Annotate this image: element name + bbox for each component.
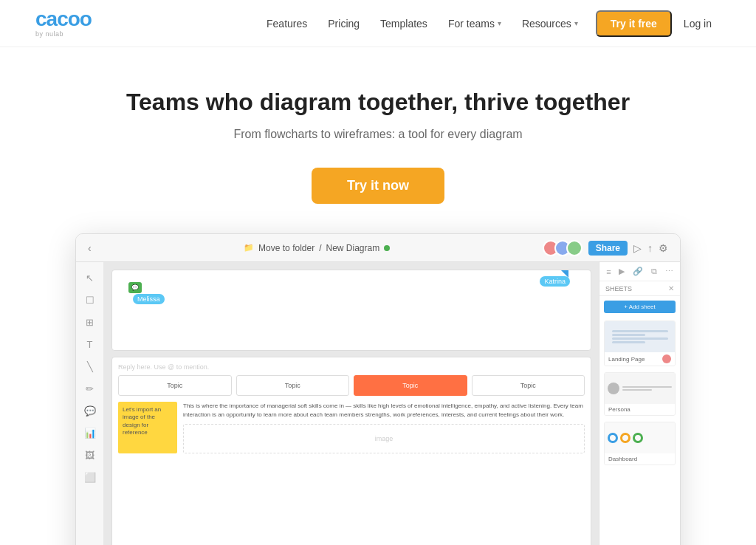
settings-icon[interactable]: ⚙ [659, 242, 668, 254]
layers-icon[interactable]: ≡ [606, 267, 611, 276]
diagram-name[interactable]: New Diagram [326, 243, 380, 253]
topbar-right: Share ▷ ↑ ⚙ [543, 240, 668, 256]
more-icon[interactable]: ⋯ [665, 267, 673, 276]
sheet-item-dashboard[interactable]: Dashboard [604, 422, 676, 465]
topic-1: Topic [118, 375, 232, 396]
avatar [566, 240, 583, 256]
comment-icon[interactable]: 💬 [82, 402, 98, 419]
sheet-thumbnail [605, 321, 675, 352]
logo: cacoo by nulab [35, 9, 92, 38]
folder-label: Move to folder [258, 243, 315, 253]
hero-title: Teams who diagram together, thrive toget… [15, 89, 741, 116]
hero-subtitle: From flowcharts to wireframes: a tool fo… [15, 128, 741, 141]
sheet-item-persona[interactable]: Persona [604, 372, 676, 416]
link-icon[interactable]: 🔗 [633, 267, 643, 276]
logo-sub: by nulab [35, 30, 63, 38]
topbar-left: ‹ [88, 242, 92, 254]
try-free-button[interactable]: Try it free [596, 10, 672, 37]
chevron-down-icon: ▾ [574, 19, 578, 27]
app-canvas[interactable]: 💬 Melissa Katrina Reply here. Use @ to m… [104, 262, 599, 545]
app-body: ↖ ☐ ⊞ T ╲ ✏ 💬 📊 🖼 ⬜ 💬 Melissa [76, 262, 680, 545]
export-icon[interactable]: ↑ [647, 242, 653, 254]
sheet-footer: Dashboard [605, 453, 675, 465]
sheet-name: Dashboard [608, 456, 637, 462]
pen-tool-icon[interactable]: ✏ [82, 380, 98, 397]
diagram-top: 💬 Melissa Katrina [111, 270, 591, 351]
logo-text: cacoo [35, 9, 92, 30]
cursor-tool-icon[interactable]: ↖ [82, 270, 98, 286]
thumb-line [612, 330, 668, 332]
reply-hint: Reply here. Use @ to mention. [118, 363, 585, 371]
app-right-panel: ≡ ▶ 🔗 ⧉ ⋯ SHEETS ✕ + Add sheet [599, 262, 680, 545]
sheet-thumbnail [605, 422, 675, 453]
topbar-center: 📁 Move to folder / New Diagram [244, 243, 390, 253]
sheet-footer: Landing Page [605, 352, 675, 366]
right-panel-toolbar: ≡ ▶ 🔗 ⧉ ⋯ [599, 262, 680, 281]
topic-3-active: Topic [354, 375, 467, 396]
checkbox-icon[interactable]: ☐ [82, 292, 98, 308]
thumbnail-lines [612, 329, 668, 345]
copy-icon[interactable]: ⧉ [651, 267, 657, 276]
grid-icon[interactable]: ⊞ [82, 314, 98, 330]
nav-pricing[interactable]: Pricing [319, 12, 368, 35]
video-icon[interactable]: ▶ [619, 267, 625, 276]
chevron-left-icon[interactable]: ‹ [88, 242, 92, 254]
online-indicator [384, 245, 390, 251]
add-sheet-button[interactable]: + Add sheet [604, 301, 676, 313]
body-text: This is where the importance of manageri… [183, 402, 585, 419]
collaborators-avatars [543, 240, 583, 256]
nav-for-teams[interactable]: For teams ▾ [439, 12, 510, 35]
topic-2: Topic [236, 375, 350, 396]
text-tool-icon[interactable]: T [82, 336, 98, 352]
sheet-name: Persona [608, 406, 630, 413]
sheet-name: Landing Page [608, 356, 645, 363]
diagram-content: Let's import an image of the design for … [118, 402, 585, 453]
login-link[interactable]: Log in [675, 12, 721, 35]
nav-templates[interactable]: Templates [371, 12, 436, 35]
thumb-line [612, 337, 668, 340]
sheets-header: SHEETS ✕ [599, 281, 680, 296]
line-tool-icon[interactable]: ╲ [82, 358, 98, 374]
share-button[interactable]: Share [588, 241, 628, 256]
chart-circle-orange [620, 433, 630, 443]
avatar [662, 354, 671, 363]
app-sidebar: ↖ ☐ ⊞ T ╲ ✏ 💬 📊 🖼 ⬜ [76, 262, 104, 545]
thumb-line [622, 386, 672, 388]
play-icon[interactable]: ▷ [633, 242, 642, 254]
screenshot-container: ‹ 📁 Move to folder / New Diagram Share ▷… [61, 233, 695, 545]
hero-section: Teams who diagram together, thrive toget… [0, 47, 756, 233]
shape-icon[interactable]: ⬜ [82, 469, 98, 485]
topic-4: Topic [472, 375, 585, 396]
persona-avatar-icon [608, 383, 619, 394]
chart-icon[interactable]: 📊 [82, 425, 98, 441]
nav-resources[interactable]: Resources ▾ [513, 12, 587, 35]
thumb-line [612, 334, 646, 336]
header: cacoo by nulab Features Pricing Template… [0, 0, 756, 47]
chart-circle-green [633, 433, 643, 443]
image-icon[interactable]: 🖼 [82, 447, 98, 463]
close-icon[interactable]: ✕ [668, 284, 674, 292]
katrina-label: Katrina [540, 276, 570, 287]
canvas-inner: 💬 Melissa Katrina Reply here. Use @ to m… [104, 262, 599, 545]
hero-cta-button[interactable]: Try it now [312, 168, 444, 204]
app-window: ‹ 📁 Move to folder / New Diagram Share ▷… [75, 233, 681, 545]
app-topbar: ‹ 📁 Move to folder / New Diagram Share ▷… [76, 234, 680, 262]
chevron-down-icon: ▾ [498, 19, 501, 27]
topics-row: Topic Topic Topic Topic [118, 375, 585, 396]
sheet-footer: Persona [605, 404, 675, 415]
persona-lines [622, 385, 672, 392]
chat-bubble-icon: 💬 [128, 282, 142, 293]
diagram-bottom: Reply here. Use @ to mention. Topic Topi… [111, 357, 591, 545]
melissa-label: Melissa [133, 294, 165, 304]
chart-circle-blue [608, 433, 618, 443]
sheet-thumbnail [605, 373, 675, 404]
thumb-line [622, 389, 652, 391]
sheets-label: SHEETS [605, 285, 632, 292]
thumb-line [612, 341, 646, 343]
image-placeholder: image [183, 424, 585, 453]
sticky-note: Let's import an image of the design for … [118, 402, 177, 453]
main-nav: Features Pricing Templates For teams ▾ R… [258, 10, 721, 37]
folder-icon: 📁 [244, 243, 254, 253]
nav-features[interactable]: Features [258, 12, 316, 35]
sheet-item-landing[interactable]: Landing Page [604, 321, 676, 366]
